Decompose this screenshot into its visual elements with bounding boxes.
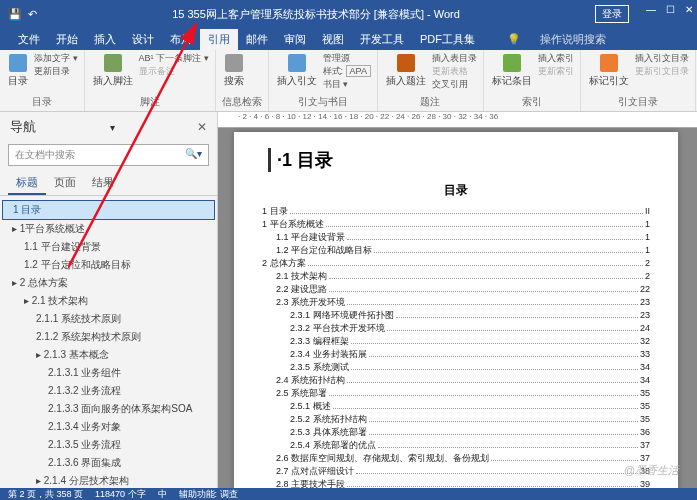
- undo-icon[interactable]: ↶: [28, 8, 37, 21]
- toc-entry[interactable]: 2.8 主要技术手段39: [262, 478, 650, 488]
- menu-pdf[interactable]: PDF工具集: [412, 29, 483, 50]
- status-lang[interactable]: 中: [158, 488, 167, 501]
- nav-item[interactable]: 2.1.3.2 业务流程: [2, 382, 215, 400]
- doc-heading: ·1 目录: [268, 148, 650, 172]
- tab-headings[interactable]: 标题: [8, 172, 46, 195]
- status-words[interactable]: 118470 个字: [95, 488, 146, 501]
- nav-item[interactable]: ▸ 2.1 技术架构: [2, 292, 215, 310]
- toc-entry[interactable]: 2.1 技术架构2: [262, 270, 650, 283]
- update-toc-button[interactable]: 更新目录: [34, 65, 78, 78]
- tell-me[interactable]: 💡操作说明搜索: [491, 29, 622, 50]
- update-index-button[interactable]: 更新索引: [538, 65, 574, 78]
- nav-item[interactable]: ▸ 2.1.3 基本概念: [2, 346, 215, 364]
- toc-entry[interactable]: 2.3.2 平台技术开发环境24: [262, 322, 650, 335]
- ribbon-group-research: 搜索 信息检索: [216, 50, 269, 111]
- menu-mailings[interactable]: 邮件: [238, 29, 276, 50]
- nav-item[interactable]: 1.2 平台定位和战略目标: [2, 256, 215, 274]
- bulb-icon: 💡: [499, 30, 529, 48]
- next-footnote-button[interactable]: AB¹ 下一条脚注 ▾: [139, 52, 209, 65]
- menu-design[interactable]: 设计: [124, 29, 162, 50]
- toc-entry[interactable]: 1 平台系统概述1: [262, 218, 650, 231]
- tab-pages[interactable]: 页面: [46, 172, 84, 195]
- toc-entry[interactable]: 2.3.4 业务封装拓展33: [262, 348, 650, 361]
- nav-dropdown-icon[interactable]: ▾: [110, 122, 115, 133]
- document-page[interactable]: ·1 目录 目录 1 目录II1 平台系统概述11.1 平台建设背景11.2 平…: [234, 132, 678, 488]
- insert-caption-button[interactable]: 插入题注: [384, 52, 428, 90]
- toc-entry[interactable]: 2.3 系统开发环境23: [262, 296, 650, 309]
- mark-citation-icon: [600, 54, 618, 72]
- toc-entry[interactable]: 2.5.4 系统部署的优点37: [262, 439, 650, 452]
- toc-entry[interactable]: 2.4 系统拓扑结构34: [262, 374, 650, 387]
- toc-button[interactable]: 目录: [6, 52, 30, 90]
- navigation-pane: 导航 ▾ ✕ 在文档中搜索 🔍▾ 标题 页面 结果 1 目录▸ 1平台系统概述1…: [0, 112, 218, 488]
- insert-authorities-button[interactable]: 插入引文目录: [635, 52, 689, 65]
- close-icon[interactable]: ✕: [685, 4, 693, 15]
- toc-entry[interactable]: 2.3.1 网络环境硬件拓扑图23: [262, 309, 650, 322]
- footnote-icon: [104, 54, 122, 72]
- toc-entry[interactable]: 1.1 平台建设背景1: [262, 231, 650, 244]
- menu-review[interactable]: 审阅: [276, 29, 314, 50]
- maximize-icon[interactable]: ☐: [666, 4, 675, 15]
- nav-item[interactable]: ▸ 2 总体方案: [2, 274, 215, 292]
- menu-home[interactable]: 开始: [48, 29, 86, 50]
- update-authorities-button[interactable]: 更新引文目录: [635, 65, 689, 78]
- toc-entry[interactable]: 2.5 系统部署35: [262, 387, 650, 400]
- manage-sources-button[interactable]: 管理源: [323, 52, 371, 65]
- nav-item[interactable]: 2.1.2 系统架构技术原则: [2, 328, 215, 346]
- insert-fig-table-button[interactable]: 插入表目录: [432, 52, 477, 65]
- toc-entry[interactable]: 2.5.1 概述35: [262, 400, 650, 413]
- toc-entry[interactable]: 2.3.5 系统测试34: [262, 361, 650, 374]
- insert-index-button[interactable]: 插入索引: [538, 52, 574, 65]
- nav-item[interactable]: 2.1.3.4 业务对象: [2, 418, 215, 436]
- menu-insert[interactable]: 插入: [86, 29, 124, 50]
- toc-entry[interactable]: 2.5.3 具体系统部署36: [262, 426, 650, 439]
- minimize-icon[interactable]: —: [646, 4, 656, 15]
- toc-entry[interactable]: 2.5.2 系统拓扑结构35: [262, 413, 650, 426]
- style-select[interactable]: APA: [346, 65, 371, 77]
- ruler[interactable]: · 2 · 4 · 6 · 8 · 10 · 12 · 14 · 16 · 18…: [218, 112, 697, 128]
- toc-entry[interactable]: 1 目录II: [262, 205, 650, 218]
- nav-item[interactable]: 2.1.3.1 业务组件: [2, 364, 215, 382]
- toc-title: 目录: [262, 182, 650, 199]
- show-notes-button[interactable]: 显示备注: [139, 65, 209, 78]
- nav-header: 导航 ▾ ✕: [0, 112, 217, 140]
- nav-item[interactable]: ▸ 1平台系统概述: [2, 220, 215, 238]
- menu-dev[interactable]: 开发工具: [352, 29, 412, 50]
- nav-item[interactable]: 2.1.3.5 业务流程: [2, 436, 215, 454]
- toc-entry[interactable]: 2.2 建设思路22: [262, 283, 650, 296]
- add-text-button[interactable]: 添加文字 ▾: [34, 52, 78, 65]
- insert-footnote-button[interactable]: 插入脚注: [91, 52, 135, 90]
- ribbon-group-citations: 插入引文 管理源 样式: APA 书目 ▾ 引文与书目: [269, 50, 378, 111]
- tab-results[interactable]: 结果: [84, 172, 122, 195]
- nav-search-input[interactable]: 在文档中搜索 🔍▾: [8, 144, 209, 166]
- nav-item[interactable]: ▸ 2.1.4 分层技术架构: [2, 472, 215, 488]
- nav-item[interactable]: 2.1.1 系统技术原则: [2, 310, 215, 328]
- toc-entry[interactable]: 2.7 点对点评细设计38: [262, 465, 650, 478]
- search-button[interactable]: 搜索: [222, 52, 246, 90]
- status-page[interactable]: 第 2 页，共 358 页: [8, 488, 83, 501]
- toc-entry[interactable]: 2.6 数据库空间规划、存储规划、索引规划、备份规划37: [262, 452, 650, 465]
- menu-file[interactable]: 文件: [10, 29, 48, 50]
- toc-entry[interactable]: 2.3.3 编程框架32: [262, 335, 650, 348]
- nav-close-icon[interactable]: ✕: [197, 120, 207, 134]
- watermark: @墨香生活: [624, 463, 679, 478]
- nav-item[interactable]: 2.1.3.3 面向服务的体系架构SOA: [2, 400, 215, 418]
- login-button[interactable]: 登录: [595, 5, 629, 23]
- save-icon[interactable]: 💾: [8, 8, 22, 21]
- nav-item[interactable]: 2.1.3.6 界面集成: [2, 454, 215, 472]
- menu-references[interactable]: 引用: [200, 29, 238, 50]
- status-a11y[interactable]: 辅助功能: 调查: [179, 488, 238, 501]
- update-table-button[interactable]: 更新表格: [432, 65, 477, 78]
- mark-citation-button[interactable]: 标记引文: [587, 52, 631, 90]
- cross-reference-button[interactable]: 交叉引用: [432, 78, 477, 91]
- nav-item[interactable]: 1.1 平台建设背景: [2, 238, 215, 256]
- search-icon: [225, 54, 243, 72]
- insert-citation-button[interactable]: 插入引文: [275, 52, 319, 90]
- mark-entry-button[interactable]: 标记条目: [490, 52, 534, 90]
- menu-layout[interactable]: 布局: [162, 29, 200, 50]
- bibliography-button[interactable]: 书目 ▾: [323, 78, 371, 91]
- nav-item[interactable]: 1 目录: [2, 200, 215, 220]
- menu-view[interactable]: 视图: [314, 29, 352, 50]
- toc-entry[interactable]: 1.2 平台定位和战略目标1: [262, 244, 650, 257]
- toc-entry[interactable]: 2 总体方案2: [262, 257, 650, 270]
